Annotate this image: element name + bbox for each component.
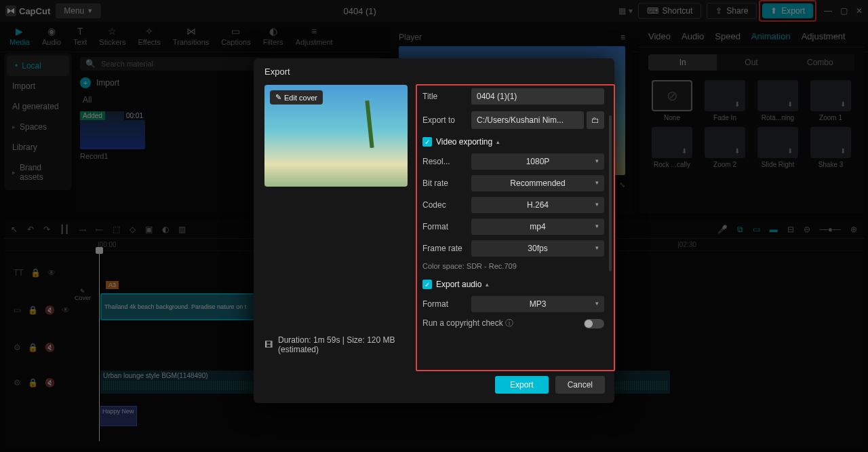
film-icon: 🎞 <box>264 340 273 350</box>
dialog-title: Export <box>254 58 614 85</box>
format-select[interactable]: mp4▾ <box>471 219 604 235</box>
framerate-value: 30fps <box>528 244 547 253</box>
scrollbar[interactable] <box>609 115 612 271</box>
duration-row: 🎞 Duration: 1m 59s | Size: 120 MB (estim… <box>264 335 408 362</box>
exportto-input[interactable] <box>471 111 584 129</box>
title-label: Title <box>422 92 466 101</box>
edit-cover-button[interactable]: ✎ Edit cover <box>270 90 323 105</box>
audio-format-value: MP3 <box>530 299 547 309</box>
audio-format-select[interactable]: MP3▾ <box>471 296 604 312</box>
copyright-toggle[interactable] <box>584 319 604 328</box>
resolution-select[interactable]: 1080P▾ <box>471 153 604 170</box>
chevron-down-icon: ▾ <box>595 201 599 208</box>
dialog-right: Title Export to 🗀 ✓ Video exporting ▴ Re… <box>416 84 615 371</box>
dialog-footer: Export Cancel <box>254 371 614 403</box>
chevron-down-icon: ▾ <box>595 223 599 229</box>
cover-preview: ✎ Edit cover <box>264 85 408 187</box>
export-button[interactable]: Export <box>495 376 549 394</box>
caret-up-icon: ▴ <box>486 281 489 288</box>
folder-icon: 🗀 <box>591 115 599 125</box>
export-dialog: Export ✎ Edit cover 🎞 Duration: 1m 59s |… <box>254 58 614 403</box>
chevron-down-icon: ▾ <box>595 179 599 186</box>
browse-folder-button[interactable]: 🗀 <box>587 111 604 129</box>
chevron-down-icon: ▾ <box>595 244 599 251</box>
chevron-down-icon: ▾ <box>595 300 599 307</box>
cancel-button[interactable]: Cancel <box>555 376 605 394</box>
codec-label: Codec <box>422 200 471 210</box>
exportto-label: Export to <box>422 115 466 125</box>
format-label: Format <box>422 222 471 231</box>
framerate-label: Frame rate <box>422 244 471 253</box>
resolution-label: Resol... <box>422 157 471 166</box>
info-icon[interactable]: ⓘ <box>505 318 513 328</box>
resolution-value: 1080P <box>526 157 550 166</box>
dialog-left: ✎ Edit cover 🎞 Duration: 1m 59s | Size: … <box>254 85 416 371</box>
title-input[interactable] <box>471 88 604 105</box>
codec-select[interactable]: H.264▾ <box>471 197 604 213</box>
video-section-label: Video exporting <box>436 137 492 147</box>
copyright-label: Run a copyright check <box>422 318 503 328</box>
checkbox-checked-icon: ✓ <box>422 137 432 147</box>
export-audio-section[interactable]: ✓ Export audio ▴ <box>422 280 604 289</box>
bitrate-value: Recommended <box>510 178 565 188</box>
codec-value: H.264 <box>527 200 549 210</box>
framerate-select[interactable]: 30fps▾ <box>471 240 604 257</box>
caret-up-icon: ▴ <box>496 138 500 145</box>
video-exporting-section[interactable]: ✓ Video exporting ▴ <box>422 137 604 147</box>
audio-section-label: Export audio <box>436 280 481 289</box>
pencil-icon: ✎ <box>275 93 281 102</box>
format-value: mp4 <box>530 222 545 231</box>
chevron-down-icon: ▾ <box>595 157 599 164</box>
copyright-row: Run a copyright check ⓘ <box>422 318 604 329</box>
edit-cover-label: Edit cover <box>284 94 317 102</box>
audio-format-label: Format <box>422 299 471 309</box>
colorspace-text: Color space: SDR - Rec.709 <box>422 262 604 270</box>
checkbox-checked-icon: ✓ <box>422 280 432 289</box>
bitrate-select[interactable]: Recommended▾ <box>471 175 604 191</box>
bitrate-label: Bit rate <box>422 178 471 188</box>
duration-text: Duration: 1m 59s | Size: 120 MB (estimat… <box>278 335 408 354</box>
